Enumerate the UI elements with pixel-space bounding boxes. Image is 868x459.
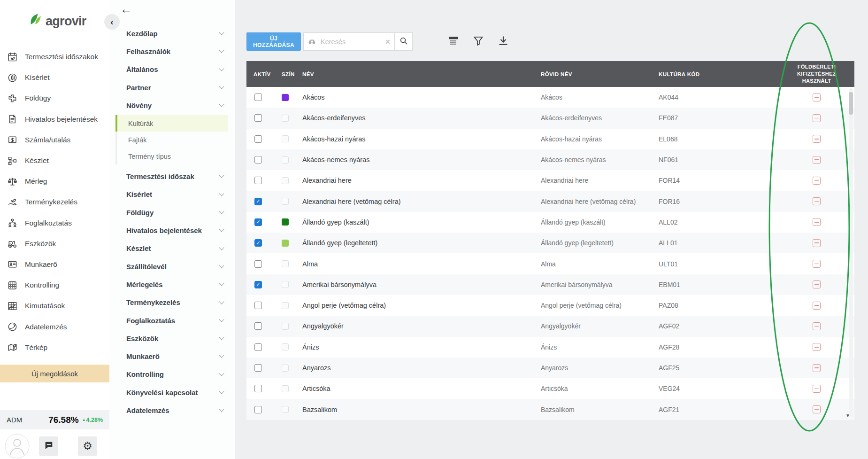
submenu-item-felhasznalok[interactable]: Felhasználók: [109, 42, 234, 60]
export-download-button[interactable]: [496, 34, 510, 48]
submenu-subitem-kulturak[interactable]: Kultúrák: [115, 115, 228, 132]
table-row[interactable]: Angol perje (vetőmag célra)Angol perje (…: [246, 295, 854, 316]
sidebar-item-kontrolling[interactable]: Kontrolling: [0, 275, 109, 296]
active-checkbox[interactable]: [254, 93, 262, 101]
active-checkbox[interactable]: [254, 302, 262, 309]
minus-icon[interactable]: [813, 135, 821, 143]
color-swatch[interactable]: [282, 365, 289, 372]
minus-icon[interactable]: [813, 114, 821, 122]
color-swatch[interactable]: [282, 115, 289, 122]
active-checkbox[interactable]: ✓: [254, 218, 262, 226]
minus-icon[interactable]: [813, 260, 821, 268]
sidebar-item-kiserlet[interactable]: Kísérlet: [0, 67, 109, 88]
color-swatch[interactable]: [282, 135, 289, 142]
chat-button[interactable]: [39, 436, 58, 456]
color-swatch[interactable]: [282, 406, 289, 413]
active-checkbox[interactable]: [254, 343, 262, 351]
minus-icon[interactable]: [813, 364, 821, 372]
minus-icon[interactable]: [813, 280, 821, 288]
table-row[interactable]: ÁnizsÁnizsAGF28: [246, 337, 854, 358]
table-row[interactable]: ArticsókaArticsókaVEG24: [246, 378, 854, 399]
sidebar-item-foglalkoztatas[interactable]: Foglalkoztatás: [0, 213, 109, 233]
filter-button[interactable]: [471, 34, 485, 48]
sidebar-item-szamla-utalas[interactable]: Számla/utalás: [0, 130, 109, 150]
table-row[interactable]: ✓Amerikai bársonymályvaAmerikai bársonym…: [246, 274, 854, 295]
color-swatch[interactable]: [282, 260, 289, 267]
minus-icon[interactable]: [813, 322, 821, 330]
table-row[interactable]: Akácos-hazai nyárasAkácos-hazai nyárasEL…: [246, 129, 854, 149]
active-checkbox[interactable]: ✓: [254, 198, 262, 205]
submenu-item-kontrolling[interactable]: Kontrolling: [109, 366, 234, 383]
table-row[interactable]: BazsalikomBazsalikomAGF21: [246, 399, 854, 420]
active-checkbox[interactable]: [254, 135, 262, 143]
sidebar-item-termenykezeles[interactable]: Terménykezelés: [0, 192, 109, 212]
sidebar-item-terkep[interactable]: Térkép: [0, 337, 109, 358]
color-swatch[interactable]: [282, 240, 289, 247]
new-solutions-button[interactable]: Új megoldások: [0, 365, 109, 382]
submenu-item-kiserlet[interactable]: Kísérlet: [109, 186, 234, 203]
submenu-item-merlegeles[interactable]: Mérlegelés: [109, 275, 234, 293]
color-swatch[interactable]: [282, 177, 289, 184]
sidebar-item-adatelemzes[interactable]: Adatelemzés: [0, 316, 109, 337]
sidebar-item-foldugy[interactable]: Földügy: [0, 88, 109, 109]
table-row[interactable]: AngyalgyökérAngyalgyökérAGF02: [246, 316, 854, 336]
minus-icon[interactable]: [813, 302, 821, 310]
sidebar-item-eszkozok[interactable]: Eszközök: [0, 233, 109, 254]
minus-icon[interactable]: [813, 218, 821, 226]
sidebar-item-merleg[interactable]: Mérleg: [0, 171, 109, 192]
table-row[interactable]: ✓Alexandriai here (vetőmag célra)Alexand…: [246, 191, 854, 211]
color-swatch[interactable]: [282, 302, 289, 309]
user-avatar[interactable]: [5, 434, 30, 459]
minus-icon[interactable]: [813, 239, 821, 247]
scrollbar-thumb[interactable]: [849, 92, 853, 115]
submenu-item-munkaero[interactable]: Munkaerő: [109, 347, 234, 365]
minus-icon[interactable]: [813, 405, 821, 413]
minus-icon[interactable]: [813, 93, 821, 101]
active-checkbox[interactable]: [254, 406, 262, 413]
color-swatch[interactable]: [282, 343, 289, 350]
active-checkbox[interactable]: [254, 385, 262, 392]
active-checkbox[interactable]: [254, 156, 262, 163]
submenu-item-adatelemzes[interactable]: Adatelemzés: [109, 401, 234, 419]
minus-icon[interactable]: [813, 343, 821, 351]
submenu-item-konyvelesi-kapcsolat[interactable]: Könyvelési kapcsolat: [109, 383, 234, 401]
table-view-button[interactable]: [446, 34, 461, 48]
color-swatch[interactable]: [282, 281, 289, 288]
add-new-button[interactable]: ÚJ HOZZÁADÁSA: [246, 32, 301, 51]
table-row[interactable]: AlmaAlmaULT01: [246, 253, 854, 274]
table-row[interactable]: ✓Állandó gyep (kaszált)Állandó gyep (kas…: [246, 212, 854, 233]
sidebar-item-termesztesi-idoszakok[interactable]: Termesztési időszakok: [0, 47, 109, 67]
submenu-item-termenykezeles[interactable]: Terménykezelés: [109, 294, 234, 311]
active-checkbox[interactable]: [254, 114, 262, 122]
color-swatch[interactable]: [282, 94, 289, 101]
submenu-item-foglalkoztatas[interactable]: Foglalkoztatás: [109, 311, 234, 329]
minus-icon[interactable]: [813, 177, 821, 185]
active-checkbox[interactable]: [254, 177, 262, 184]
submenu-item-partner[interactable]: Partner: [109, 78, 234, 96]
submenu-item-szallitolevel[interactable]: Szállítólevél: [109, 257, 234, 275]
color-swatch[interactable]: [282, 198, 289, 205]
color-swatch[interactable]: [282, 156, 289, 163]
back-button[interactable]: ←: [120, 2, 132, 16]
search-input[interactable]: [320, 38, 381, 46]
search-button[interactable]: [394, 33, 412, 50]
active-checkbox[interactable]: [254, 364, 262, 372]
table-row[interactable]: AkácosAkácosAK044: [246, 87, 854, 108]
submenu-item-noveny[interactable]: Növény: [109, 96, 234, 114]
color-swatch[interactable]: [282, 385, 289, 392]
submenu-item-hivatalos-bejelentesek[interactable]: Hivatalos bejelentések: [109, 221, 234, 239]
active-checkbox[interactable]: ✓: [254, 239, 262, 247]
table-row[interactable]: AnyarozsAnyarozsAGF25: [246, 358, 854, 378]
color-swatch[interactable]: [282, 218, 289, 226]
submenu-item-foldugy[interactable]: Földügy: [109, 203, 234, 221]
sidebar-item-hivatalos-bejelentesek[interactable]: Hivatalos bejelentések: [0, 109, 109, 130]
active-checkbox[interactable]: [254, 260, 262, 268]
table-row[interactable]: ✓Állandó gyep (legeltetett)Állandó gyep …: [246, 233, 854, 253]
table-row[interactable]: Akácos-nemes nyárasAkácos-nemes nyárasNF…: [246, 149, 854, 170]
active-checkbox[interactable]: ✓: [254, 281, 262, 288]
scroll-down-icon[interactable]: ▼: [845, 413, 850, 418]
submenu-item-termesztesi-idoszak[interactable]: Termesztési időszak: [109, 167, 234, 185]
submenu-item-kezdolap[interactable]: Kezdőlap: [109, 24, 234, 42]
minus-icon[interactable]: [813, 385, 821, 393]
submenu-subitem-termeny-tipus[interactable]: Termény típus: [115, 148, 228, 164]
